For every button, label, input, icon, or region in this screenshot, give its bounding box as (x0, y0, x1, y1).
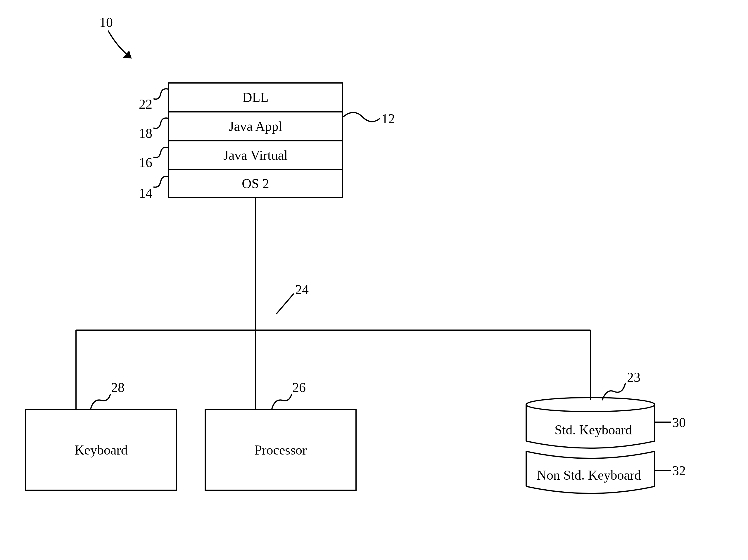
ref-16: 16 (139, 155, 152, 170)
arrow-icon (108, 31, 132, 58)
ref-figure: 10 (99, 15, 113, 30)
storage-nonstd-label: Non Std. Keyboard (526, 467, 652, 483)
leader-26-icon (272, 394, 292, 409)
bus-lines (76, 198, 590, 409)
processor-label: Processor (255, 442, 307, 458)
ref-22: 22 (139, 96, 152, 112)
stack-os2: OS 2 (168, 169, 343, 198)
ref-30: 30 (672, 415, 686, 430)
keyboard-box: Keyboard (25, 409, 177, 491)
ref-14: 14 (139, 186, 152, 201)
ref-26: 26 (292, 380, 306, 395)
leader-18-icon (154, 118, 168, 128)
stack-java-virtual-label: Java Virtual (223, 148, 288, 163)
ref-32: 32 (672, 463, 686, 479)
leader-12-icon (343, 113, 380, 122)
ref-18: 18 (139, 126, 152, 141)
diagram-canvas: DLL Java Appl Java Virtual OS 2 Keyboard… (0, 0, 748, 560)
leader-16-icon (154, 147, 168, 158)
keyboard-label: Keyboard (74, 442, 127, 458)
processor-box: Processor (205, 409, 357, 491)
stack-java-virtual: Java Virtual (168, 140, 343, 169)
ref-23: 23 (627, 369, 640, 385)
stack-java-appl-label: Java Appl (229, 119, 282, 134)
stack-dll: DLL (168, 82, 343, 111)
leader-22-icon (154, 89, 168, 99)
stack-os2-label: OS 2 (242, 176, 269, 191)
ref-28: 28 (111, 380, 124, 395)
leader-14-icon (154, 176, 168, 187)
ref-24: 24 (295, 282, 309, 297)
ref-12: 12 (381, 111, 395, 126)
stack-dll-label: DLL (242, 90, 268, 105)
leader-28-icon (91, 394, 111, 409)
stack-java-appl: Java Appl (168, 111, 343, 140)
storage-std-label: Std. Keyboard (535, 422, 652, 438)
svg-point-5 (526, 397, 655, 412)
leader-23-icon (602, 383, 626, 400)
leader-24-icon (276, 294, 294, 314)
